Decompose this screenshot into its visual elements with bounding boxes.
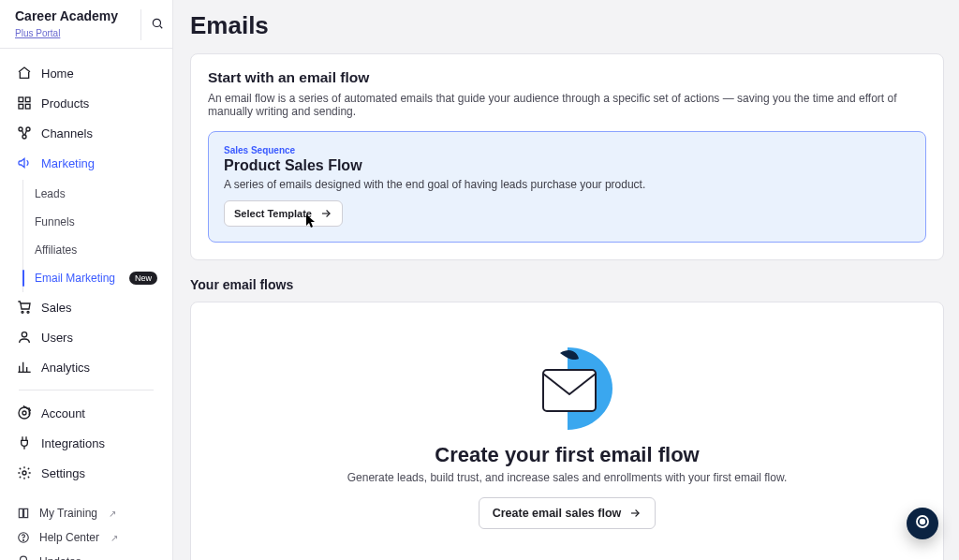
brand-title: Career Academy <box>15 9 140 23</box>
svg-point-9 <box>22 312 23 314</box>
sidebar-header: Career Academy Plus Portal <box>0 0 172 49</box>
nav-label: Products <box>41 96 89 111</box>
start-card: Start with an email flow An email flow i… <box>190 53 944 260</box>
nav-label: Analytics <box>41 361 90 375</box>
bottom-label: Help Center <box>39 531 99 544</box>
book-icon <box>17 507 30 520</box>
button-label: Select Template <box>234 208 312 219</box>
new-badge: New <box>129 272 157 285</box>
nav-label: Integrations <box>41 436 105 450</box>
nav-home[interactable]: Home <box>7 58 165 88</box>
cart-icon <box>17 300 32 315</box>
nav-divider <box>19 390 154 391</box>
svg-point-16 <box>23 540 24 541</box>
subnav-funnels[interactable]: Funnels <box>23 208 165 236</box>
subnav-label: Affiliates <box>35 243 77 257</box>
nav-label: Users <box>41 331 73 345</box>
svg-point-13 <box>19 407 30 419</box>
chat-fab[interactable] <box>907 508 938 539</box>
svg-point-8 <box>22 135 26 139</box>
search-icon <box>151 19 164 33</box>
channels-icon <box>17 125 32 140</box>
arrow-right-icon <box>319 207 332 220</box>
primary-nav: Home Products Channels Marketing Leads F… <box>0 49 172 488</box>
start-desc: An email flow is a series of automated e… <box>208 92 926 118</box>
nav-account[interactable]: Account <box>7 398 165 428</box>
svg-point-10 <box>27 312 29 314</box>
svg-point-19 <box>921 520 925 524</box>
subnav-leads[interactable]: Leads <box>23 180 165 208</box>
svg-point-6 <box>19 127 22 131</box>
settings-icon <box>17 465 32 480</box>
nav-products[interactable]: Products <box>7 88 165 118</box>
flow-desc: A series of emails designed with the end… <box>224 178 910 191</box>
home-icon <box>17 66 32 81</box>
bottom-my-training[interactable]: My Training ↗ <box>7 501 165 525</box>
subnav-label: Leads <box>35 187 66 200</box>
gear-icon <box>17 405 32 420</box>
empty-desc: Generate leads, build trust, and increas… <box>208 471 926 484</box>
svg-rect-3 <box>25 97 30 102</box>
mouse-cursor-icon <box>305 215 317 231</box>
flow-card: Sales Sequence Product Sales Flow A seri… <box>208 131 926 243</box>
nav-marketing[interactable]: Marketing <box>7 148 165 178</box>
brand-subtitle-link[interactable]: Plus Portal <box>15 27 60 39</box>
svg-point-14 <box>22 471 26 475</box>
search-button[interactable] <box>145 11 170 38</box>
sidebar-bottom: My Training ↗ Help Center ↗ Updates <box>0 488 172 560</box>
svg-rect-17 <box>543 370 596 411</box>
your-email-flows-title: Your email flows <box>190 277 944 292</box>
svg-rect-5 <box>25 105 30 110</box>
svg-point-11 <box>22 332 26 337</box>
nav-label: Channels <box>41 126 93 140</box>
nav-sales[interactable]: Sales <box>7 292 165 322</box>
nav-label: Settings <box>41 466 85 480</box>
nav-channels[interactable]: Channels <box>7 118 165 148</box>
subnav-label: Funnels <box>35 215 75 228</box>
user-icon <box>17 330 32 345</box>
megaphone-icon <box>17 155 32 170</box>
flow-eyebrow: Sales Sequence <box>224 145 910 155</box>
flow-title: Product Sales Flow <box>224 157 910 174</box>
empty-state-card: Create your first email flow Generate le… <box>190 302 944 560</box>
nav-analytics[interactable]: Analytics <box>7 352 165 382</box>
nav-label: Sales <box>41 301 72 315</box>
bottom-updates[interactable]: Updates <box>7 550 165 560</box>
svg-rect-2 <box>19 97 23 102</box>
chat-icon <box>914 513 931 534</box>
subnav-email-marketing[interactable]: Email Marketing New <box>23 264 165 292</box>
page-title: Emails <box>190 11 944 40</box>
create-email-flow-button[interactable]: Create email sales flow <box>479 497 657 529</box>
empty-title: Create your first email flow <box>208 443 926 467</box>
subnav-label: Email Marketing <box>35 272 115 285</box>
bottom-help-center[interactable]: Help Center ↗ <box>7 525 165 550</box>
svg-line-1 <box>159 26 162 29</box>
subnav-affiliates[interactable]: Affiliates <box>23 236 165 264</box>
select-template-button[interactable]: Select Template <box>224 200 343 227</box>
bottom-label: Updates <box>39 555 81 560</box>
sidebar: Career Academy Plus Portal Home Products <box>0 0 173 560</box>
external-icon: ↗ <box>109 508 116 519</box>
nav-settings[interactable]: Settings <box>7 458 165 488</box>
external-icon: ↗ <box>111 533 118 543</box>
plug-icon <box>17 435 32 450</box>
nav-label: Marketing <box>41 156 95 170</box>
help-icon <box>17 531 30 544</box>
button-label: Create email sales flow <box>493 507 622 520</box>
envelope-illustration-icon <box>208 347 926 430</box>
arrow-right-icon <box>628 507 642 520</box>
svg-rect-4 <box>19 105 23 110</box>
bell-icon <box>17 555 30 560</box>
nav-label: Home <box>41 66 74 81</box>
bottom-label: My Training <box>39 507 97 520</box>
marketing-subnav: Leads Funnels Affiliates Email Marketing… <box>22 180 165 292</box>
nav-integrations[interactable]: Integrations <box>7 428 165 458</box>
main-content: Emails Start with an email flow An email… <box>173 0 959 560</box>
start-title: Start with an email flow <box>208 69 926 86</box>
svg-point-12 <box>22 411 26 415</box>
products-icon <box>17 96 32 111</box>
svg-point-7 <box>26 127 30 131</box>
nav-users[interactable]: Users <box>7 322 165 352</box>
search-wrap <box>140 9 172 40</box>
nav-label: Account <box>41 406 85 420</box>
